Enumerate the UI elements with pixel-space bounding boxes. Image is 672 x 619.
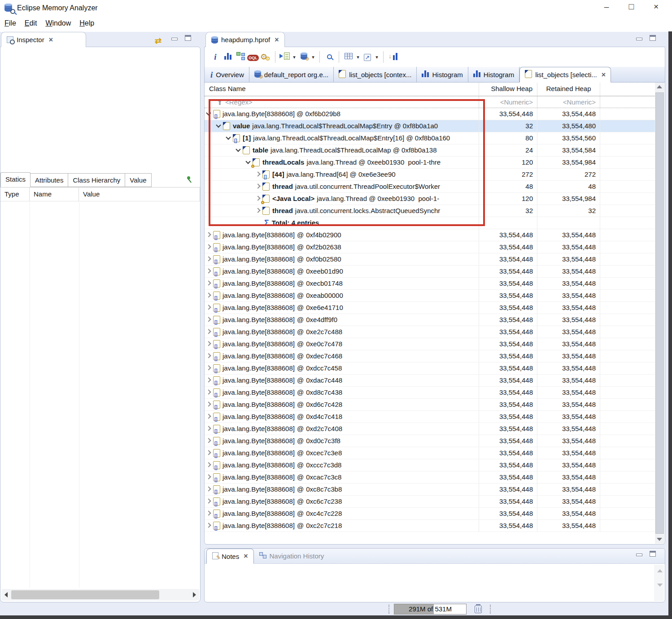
chevron-collapsed-icon[interactable]: [206, 341, 211, 346]
chevron-collapsed-icon[interactable]: [255, 196, 260, 201]
chevron-collapsed-icon[interactable]: [206, 389, 211, 394]
window-minimize-button[interactable]: –: [604, 2, 609, 12]
table-row[interactable]: []java.lang.Byte[8388608]@0xdcc7c45833,5…: [205, 362, 655, 375]
close-icon[interactable]: ×: [49, 36, 53, 44]
scroll-left-icon[interactable]: [4, 592, 8, 597]
table-row[interactable]: []java.lang.Byte[8388608]@0xd0c7c3f833,5…: [205, 435, 655, 447]
thread-overview-icon[interactable]: ⚙⚙: [259, 50, 272, 64]
tab-statics[interactable]: Statics: [0, 172, 31, 187]
table-row[interactable]: []java.lang.Byte[8388608]@0xf2b0263833,5…: [205, 241, 655, 253]
notes-scrollbar[interactable]: [654, 565, 664, 601]
filter-row[interactable]: <Regex><Numeric><Numeric>: [205, 96, 655, 108]
tab-inspector[interactable]: Inspector ×: [1, 32, 86, 47]
scrollbar-thumb[interactable]: [11, 590, 159, 599]
table-row[interactable]: tablejava.lang.ThreadLocal$ThreadLocalMa…: [205, 144, 655, 157]
minimize-editor-icon[interactable]: [636, 38, 642, 40]
chevron-collapsed-icon[interactable]: [206, 510, 211, 515]
table-row[interactable]: []java.lang.Byte[8388608]@0xeab0000033,5…: [205, 290, 655, 302]
chevron-collapsed-icon[interactable]: [206, 450, 211, 455]
export-icon[interactable]: ↗: [361, 50, 374, 64]
scroll-down-icon[interactable]: [657, 538, 662, 541]
tab-histogram[interactable]: Histogram: [468, 67, 519, 82]
drag-handle[interactable]: [388, 605, 389, 614]
maximize-editor-icon[interactable]: [650, 35, 656, 41]
table-row[interactable]: []java.lang.Byte[8388608] @ 0xf6b029b833…: [205, 108, 655, 120]
tab-histogram[interactable]: Histogram: [417, 67, 468, 82]
table-row[interactable]: [][1]java.lang.ThreadLocal$ThreadLocalMa…: [205, 132, 655, 144]
maximize-view-icon[interactable]: [185, 35, 191, 41]
chevron-collapsed-icon[interactable]: [255, 171, 260, 176]
chevron-expanded-icon[interactable]: [216, 122, 221, 127]
dropdown-arrow-icon[interactable]: ▾: [374, 54, 380, 60]
menu-window[interactable]: Window: [44, 17, 72, 30]
column-class-name[interactable]: Class Name: [205, 83, 479, 96]
close-icon[interactable]: ×: [275, 36, 279, 44]
close-icon[interactable]: ×: [244, 553, 248, 560]
window-maximize-button[interactable]: □: [628, 2, 633, 12]
property-column-value[interactable]: Value: [79, 187, 200, 201]
chevron-collapsed-icon[interactable]: [206, 292, 211, 297]
menu-file[interactable]: File: [4, 17, 17, 30]
chevron-collapsed-icon[interactable]: [206, 268, 211, 273]
chevron-collapsed-icon[interactable]: [206, 317, 211, 322]
scroll-up-icon[interactable]: [657, 569, 663, 572]
tab-list-objects-contex-[interactable]: list_objects [contex...: [334, 67, 417, 82]
maximize-notes-icon[interactable]: [650, 551, 656, 557]
menu-help[interactable]: Help: [79, 17, 95, 30]
dominator-tree-icon[interactable]: [234, 50, 247, 64]
scroll-up-icon[interactable]: [657, 85, 662, 88]
table-row[interactable]: []java.lang.Byte[8388608]@0xe4dff9f033,5…: [205, 314, 655, 326]
chevron-collapsed-icon[interactable]: [206, 329, 211, 334]
chevron-collapsed-icon[interactable]: [206, 280, 211, 285]
chevron-collapsed-icon[interactable]: [206, 365, 211, 370]
chevron-collapsed-icon[interactable]: [206, 244, 211, 249]
table-row[interactable]: []java.lang.Byte[8388608]@0xd4c7c41833,5…: [205, 411, 655, 423]
tab-notes[interactable]: Notes×: [206, 549, 254, 564]
chevron-collapsed-icon[interactable]: [255, 183, 260, 188]
table-row[interactable]: valuejava.lang.ThreadLocal$ThreadLocalMa…: [205, 120, 655, 132]
chevron-collapsed-icon[interactable]: [206, 523, 211, 527]
table-row[interactable]: threadLocalsjava.lang.Thread @ 0xeeb0193…: [205, 157, 655, 169]
compare-icon[interactable]: ↓: [387, 50, 399, 64]
link-with-selection-icon[interactable]: ⇄: [155, 36, 161, 46]
table-row[interactable]: []java.lang.Byte[8388608]@0xd8c7c43833,5…: [205, 387, 655, 399]
vertical-scrollbar[interactable]: [655, 83, 664, 544]
table-row[interactable]: []java.lang.Byte[8388608]@0xe0c7c47833,5…: [205, 338, 655, 350]
table-row[interactable]: []java.lang.Byte[8388608]@0xcec7c3e833,5…: [205, 447, 655, 459]
info-icon[interactable]: i: [209, 50, 222, 64]
horizontal-scrollbar[interactable]: [1, 589, 199, 601]
tab-default-report-org-e-[interactable]: ⚙default_report org.e...: [249, 67, 334, 82]
table-row[interactable]: []java.lang.Byte[8388608]@0xc6c7c23833,5…: [205, 496, 655, 508]
chevron-expanded-icon[interactable]: [206, 110, 211, 115]
tab-attributes[interactable]: Attributes: [31, 173, 68, 187]
scroll-right-icon[interactable]: [193, 592, 196, 597]
chevron-collapsed-icon[interactable]: [206, 377, 211, 382]
table-row[interactable]: threadjava.util.concurrent.ThreadPoolExe…: [205, 181, 655, 193]
table-row[interactable]: []java.lang.Byte[8388608]@0xecb0174833,5…: [205, 278, 655, 290]
table-row[interactable]: []java.lang.Byte[8388608]@0xeeb01d9033,5…: [205, 266, 655, 278]
drag-handle[interactable]: [490, 605, 491, 614]
table-row[interactable]: threadjava.util.concurrent.locks.Abstrac…: [205, 205, 655, 217]
chevron-collapsed-icon[interactable]: [206, 498, 211, 503]
run-expert-report-icon[interactable]: [279, 50, 291, 64]
window-close-button[interactable]: ×: [654, 2, 659, 12]
property-column-name[interactable]: Name: [30, 187, 79, 201]
chevron-expanded-icon[interactable]: [226, 135, 231, 139]
chevron-collapsed-icon[interactable]: [206, 426, 211, 431]
tab-navigation-history[interactable]: Navigation History: [254, 549, 330, 563]
dropdown-arrow-icon[interactable]: ▾: [310, 54, 316, 60]
dropdown-arrow-icon[interactable]: ▾: [355, 54, 361, 60]
table-row[interactable]: []java.lang.Byte[8388608]@0xdac7c44833,5…: [205, 375, 655, 387]
menu-edit[interactable]: Edit: [24, 17, 38, 30]
tab-heapdump[interactable]: heapdump.hprof ×: [205, 32, 285, 47]
tab-value[interactable]: Value: [125, 173, 151, 187]
chevron-collapsed-icon[interactable]: [206, 401, 211, 406]
scroll-down-icon[interactable]: [657, 584, 663, 587]
pin-icon[interactable]: [187, 176, 190, 179]
chevron-collapsed-icon[interactable]: [206, 414, 211, 418]
chevron-expanded-icon[interactable]: [245, 159, 250, 164]
table-row[interactable]: []java.lang.Byte[8388608]@0xc4c7c22833,5…: [205, 508, 655, 520]
table-row[interactable]: []java.lang.Byte[8388608]@0xd6c7c42833,5…: [205, 399, 655, 411]
calculator-icon[interactable]: [342, 50, 355, 64]
table-row[interactable]: [][44]java.lang.Thread[64] @ 0xe6e3ee902…: [205, 169, 655, 181]
